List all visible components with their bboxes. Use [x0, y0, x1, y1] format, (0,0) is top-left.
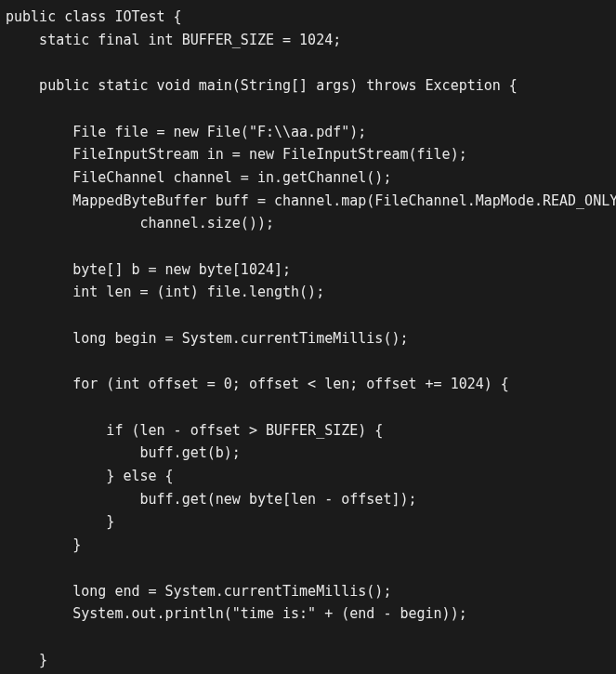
- code-block: public class IOTest { static final int B…: [0, 0, 616, 674]
- code-content: public class IOTest { static final int B…: [6, 8, 616, 674]
